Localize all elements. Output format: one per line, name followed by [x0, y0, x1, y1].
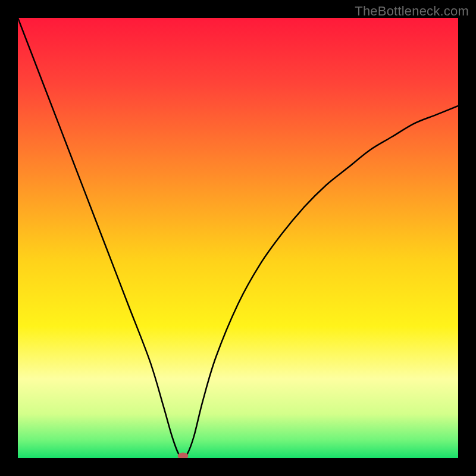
watermark-text: TheBottleneck.com — [355, 4, 469, 19]
bottleneck-chart — [18, 18, 458, 458]
chart-container — [18, 18, 458, 458]
chart-background — [18, 18, 458, 458]
